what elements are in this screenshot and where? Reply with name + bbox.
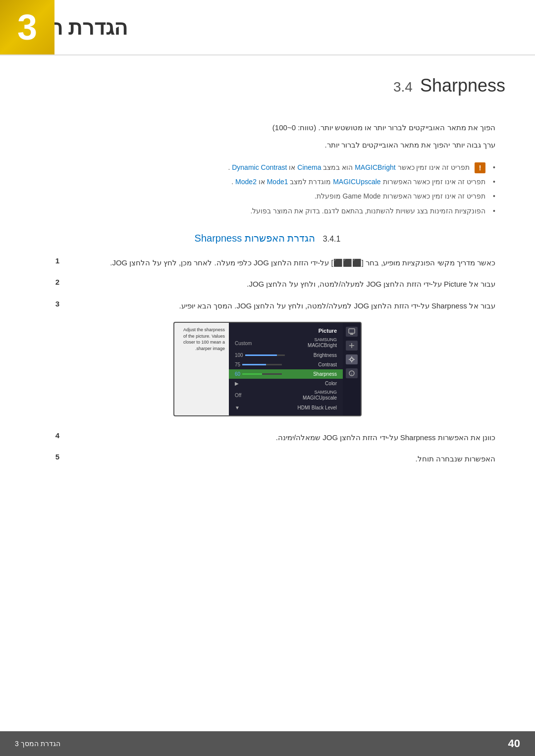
monitor-frame: i Picture SAMSUNGMAGICBright Custom Brig… (173, 322, 362, 416)
step-2-number: 2 (45, 278, 59, 286)
info-panel-text: Adjust the sharpness of the picture. Val… (183, 327, 225, 351)
monitor-menu: Picture SAMSUNGMAGICBright Custom Bright… (229, 323, 343, 415)
sidebar-icon-settings (346, 354, 358, 364)
highlight-upscale: MAGICUpscale (333, 178, 380, 186)
intro-line1: הפוך את מתאר האובייקטים לברור יותר או מט… (40, 121, 495, 134)
subsection-heading: 3.4.1 הגדרת האפשרות Sharpness (40, 232, 495, 244)
section-heading: 3.4 Sharpness (0, 75, 535, 96)
note-item-1: ! תפריט זה אינו זמין כאשר MAGICBright הו… (40, 161, 495, 174)
note-item-2: תפריט זה אינו זמין כאשר האפשרות MAGICUps… (40, 176, 495, 188)
top-divider (0, 54, 535, 55)
menu-item-magicbright: SAMSUNGMAGICBright Custom (229, 336, 343, 351)
step-3-text: עבור אל Sharpness על-ידי הזזת הלחצן JOG … (59, 300, 495, 312)
step-5: האפשרות שנבחרה תוחל. 5 (40, 453, 495, 465)
svg-rect-1 (350, 334, 353, 335)
footer-page-number: 40 (508, 737, 520, 750)
sidebar-icon-arrows (346, 341, 358, 351)
chapter-number: 3 (17, 9, 37, 45)
svg-text:i: i (351, 372, 352, 376)
step-2-text: עבור אל Picture על-ידי הזזת הלחצן JOG למ… (59, 278, 495, 291)
menu-item-upscale: SAMSUNGMAGICUpscale Off (229, 388, 343, 403)
section-number: 3.4 (393, 79, 413, 95)
steps-list: כאשר מדריך מקשי הפונקציות מופיע, בחר [⬛⬛… (40, 256, 495, 312)
step-2: עבור אל Picture על-ידי הזזת הלחצן JOG למ… (40, 278, 495, 291)
steps-list-after: כוונן את האפשרות Sharpness על-ידי הזזת ה… (40, 431, 495, 465)
intro-line2: ערך גבוה יותר יהפוך את מתאר האובייקטים ל… (40, 138, 495, 151)
step-4-text: כוונן את האפשרות Sharpness על-ידי הזזת ה… (59, 431, 495, 444)
main-content: הפוך את מתאר האובייקטים לברור יותר או מט… (0, 121, 535, 465)
menu-header: Picture (229, 326, 343, 336)
step-1-text: כאשר מדריך מקשי הפונקציות מופיע, בחר [⬛⬛… (59, 256, 495, 269)
page-footer: 40 הגדרת המסך 3 (0, 731, 535, 756)
svg-point-2 (350, 358, 353, 361)
step-3: עבור אל Sharpness על-ידי הזזת הלחצן JOG … (40, 300, 495, 312)
menu-item-sharpness: Sharpness 60 (229, 369, 343, 379)
section-title: Sharpness (420, 75, 505, 96)
note-item-4: הפונקציות הזמינות בצג עשויות להשתנות, בה… (40, 205, 495, 217)
chapter-number-box: 3 (0, 0, 54, 54)
highlight-mode2: Mode2 (235, 178, 257, 186)
monitor-sidebar: i (343, 323, 361, 415)
highlight-magic-bright: MAGICBright (355, 163, 395, 171)
menu-item-hdmi: HDMI Black Level ▼ (229, 403, 343, 412)
monitor-info-panel: Adjust the sharpness of the picture. Val… (174, 323, 229, 415)
menu-item-color: Color ▶ (229, 379, 343, 388)
step-4: כוונן את האפשרות Sharpness על-ידי הזזת ה… (40, 431, 495, 444)
note-item-3: תפריט זה אינו זמין כאשר האפשרות Game Mod… (40, 190, 495, 202)
warning-icon: ! (475, 162, 485, 173)
sidebar-icon-display (346, 327, 358, 337)
monitor-screenshot-container: i Picture SAMSUNGMAGICBright Custom Brig… (173, 322, 362, 416)
footer-text: הגדרת המסך 3 (15, 740, 60, 748)
step-4-number: 4 (45, 431, 59, 440)
step-3-number: 3 (45, 300, 59, 308)
step-5-text: האפשרות שנבחרה תוחל. (59, 453, 495, 465)
highlight-dynamic-contrast: Dynamic Contrast (232, 163, 287, 171)
chapter-header: הגדרת המסך 3 (0, 0, 535, 54)
svg-rect-0 (349, 329, 355, 333)
step-1: כאשר מדריך מקשי הפונקציות מופיע, בחר [⬛⬛… (40, 256, 495, 269)
notes-list: ! תפריט זה אינו זמין כאשר MAGICBright הו… (40, 161, 495, 217)
highlight-cinema: Cinema (297, 163, 321, 171)
step-5-number: 5 (45, 453, 59, 461)
menu-item-contrast: Contrast 75 (229, 360, 343, 369)
highlight-mode1: Mode1 (267, 178, 288, 186)
sidebar-icon-info: i (346, 368, 358, 378)
menu-item-brightness: Brightness 100 (229, 351, 343, 360)
step-1-number: 1 (45, 256, 59, 265)
subsection-title: הגדרת האפשרות Sharpness (195, 233, 316, 244)
subsection-number: 3.4.1 (323, 235, 341, 243)
